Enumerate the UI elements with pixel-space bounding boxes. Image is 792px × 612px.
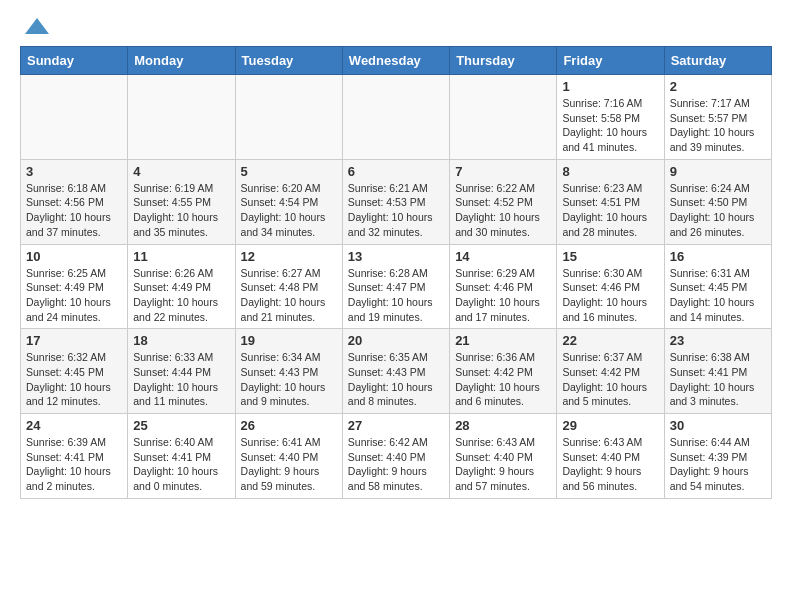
- calendar-cell: 17Sunrise: 6:32 AM Sunset: 4:45 PM Dayli…: [21, 329, 128, 414]
- weekday-header: Saturday: [664, 47, 771, 75]
- calendar-week-row: 3Sunrise: 6:18 AM Sunset: 4:56 PM Daylig…: [21, 159, 772, 244]
- day-info: Sunrise: 7:17 AM Sunset: 5:57 PM Dayligh…: [670, 96, 766, 155]
- weekday-header: Thursday: [450, 47, 557, 75]
- logo: [20, 16, 51, 36]
- day-info: Sunrise: 6:23 AM Sunset: 4:51 PM Dayligh…: [562, 181, 658, 240]
- day-info: Sunrise: 6:32 AM Sunset: 4:45 PM Dayligh…: [26, 350, 122, 409]
- day-info: Sunrise: 6:26 AM Sunset: 4:49 PM Dayligh…: [133, 266, 229, 325]
- calendar-cell: 23Sunrise: 6:38 AM Sunset: 4:41 PM Dayli…: [664, 329, 771, 414]
- day-number: 11: [133, 249, 229, 264]
- day-info: Sunrise: 6:38 AM Sunset: 4:41 PM Dayligh…: [670, 350, 766, 409]
- calendar-cell: [128, 75, 235, 160]
- weekday-header: Wednesday: [342, 47, 449, 75]
- calendar-cell: 3Sunrise: 6:18 AM Sunset: 4:56 PM Daylig…: [21, 159, 128, 244]
- calendar-cell: 13Sunrise: 6:28 AM Sunset: 4:47 PM Dayli…: [342, 244, 449, 329]
- calendar-cell: 29Sunrise: 6:43 AM Sunset: 4:40 PM Dayli…: [557, 414, 664, 499]
- day-number: 24: [26, 418, 122, 433]
- day-info: Sunrise: 6:35 AM Sunset: 4:43 PM Dayligh…: [348, 350, 444, 409]
- calendar-cell: 7Sunrise: 6:22 AM Sunset: 4:52 PM Daylig…: [450, 159, 557, 244]
- day-info: Sunrise: 6:41 AM Sunset: 4:40 PM Dayligh…: [241, 435, 337, 494]
- weekday-header: Sunday: [21, 47, 128, 75]
- calendar-week-row: 24Sunrise: 6:39 AM Sunset: 4:41 PM Dayli…: [21, 414, 772, 499]
- calendar-cell: 25Sunrise: 6:40 AM Sunset: 4:41 PM Dayli…: [128, 414, 235, 499]
- day-number: 9: [670, 164, 766, 179]
- day-info: Sunrise: 6:25 AM Sunset: 4:49 PM Dayligh…: [26, 266, 122, 325]
- day-number: 23: [670, 333, 766, 348]
- day-number: 16: [670, 249, 766, 264]
- calendar-cell: [21, 75, 128, 160]
- weekday-header: Friday: [557, 47, 664, 75]
- day-info: Sunrise: 6:22 AM Sunset: 4:52 PM Dayligh…: [455, 181, 551, 240]
- day-number: 20: [348, 333, 444, 348]
- logo-text: [20, 16, 51, 36]
- page: SundayMondayTuesdayWednesdayThursdayFrid…: [0, 0, 792, 515]
- day-number: 26: [241, 418, 337, 433]
- calendar-cell: 27Sunrise: 6:42 AM Sunset: 4:40 PM Dayli…: [342, 414, 449, 499]
- calendar-cell: 30Sunrise: 6:44 AM Sunset: 4:39 PM Dayli…: [664, 414, 771, 499]
- day-info: Sunrise: 6:42 AM Sunset: 4:40 PM Dayligh…: [348, 435, 444, 494]
- calendar-cell: [235, 75, 342, 160]
- day-info: Sunrise: 6:24 AM Sunset: 4:50 PM Dayligh…: [670, 181, 766, 240]
- day-number: 14: [455, 249, 551, 264]
- day-info: Sunrise: 6:21 AM Sunset: 4:53 PM Dayligh…: [348, 181, 444, 240]
- day-number: 30: [670, 418, 766, 433]
- svg-marker-0: [25, 18, 49, 34]
- calendar-cell: 18Sunrise: 6:33 AM Sunset: 4:44 PM Dayli…: [128, 329, 235, 414]
- calendar-cell: 26Sunrise: 6:41 AM Sunset: 4:40 PM Dayli…: [235, 414, 342, 499]
- calendar-week-row: 10Sunrise: 6:25 AM Sunset: 4:49 PM Dayli…: [21, 244, 772, 329]
- calendar-cell: 21Sunrise: 6:36 AM Sunset: 4:42 PM Dayli…: [450, 329, 557, 414]
- day-info: Sunrise: 7:16 AM Sunset: 5:58 PM Dayligh…: [562, 96, 658, 155]
- day-info: Sunrise: 6:34 AM Sunset: 4:43 PM Dayligh…: [241, 350, 337, 409]
- day-info: Sunrise: 6:31 AM Sunset: 4:45 PM Dayligh…: [670, 266, 766, 325]
- day-number: 28: [455, 418, 551, 433]
- day-number: 10: [26, 249, 122, 264]
- calendar-cell: 24Sunrise: 6:39 AM Sunset: 4:41 PM Dayli…: [21, 414, 128, 499]
- calendar-cell: 19Sunrise: 6:34 AM Sunset: 4:43 PM Dayli…: [235, 329, 342, 414]
- day-number: 21: [455, 333, 551, 348]
- day-number: 27: [348, 418, 444, 433]
- calendar-cell: 5Sunrise: 6:20 AM Sunset: 4:54 PM Daylig…: [235, 159, 342, 244]
- day-info: Sunrise: 6:44 AM Sunset: 4:39 PM Dayligh…: [670, 435, 766, 494]
- calendar-cell: [450, 75, 557, 160]
- day-info: Sunrise: 6:18 AM Sunset: 4:56 PM Dayligh…: [26, 181, 122, 240]
- calendar-week-row: 17Sunrise: 6:32 AM Sunset: 4:45 PM Dayli…: [21, 329, 772, 414]
- day-number: 4: [133, 164, 229, 179]
- calendar-cell: 12Sunrise: 6:27 AM Sunset: 4:48 PM Dayli…: [235, 244, 342, 329]
- weekday-header: Monday: [128, 47, 235, 75]
- day-info: Sunrise: 6:37 AM Sunset: 4:42 PM Dayligh…: [562, 350, 658, 409]
- day-number: 18: [133, 333, 229, 348]
- day-number: 7: [455, 164, 551, 179]
- day-info: Sunrise: 6:30 AM Sunset: 4:46 PM Dayligh…: [562, 266, 658, 325]
- day-info: Sunrise: 6:43 AM Sunset: 4:40 PM Dayligh…: [455, 435, 551, 494]
- weekday-header: Tuesday: [235, 47, 342, 75]
- day-info: Sunrise: 6:43 AM Sunset: 4:40 PM Dayligh…: [562, 435, 658, 494]
- calendar-cell: 11Sunrise: 6:26 AM Sunset: 4:49 PM Dayli…: [128, 244, 235, 329]
- day-number: 3: [26, 164, 122, 179]
- day-number: 13: [348, 249, 444, 264]
- header: [20, 16, 772, 36]
- calendar: SundayMondayTuesdayWednesdayThursdayFrid…: [20, 46, 772, 499]
- calendar-cell: 6Sunrise: 6:21 AM Sunset: 4:53 PM Daylig…: [342, 159, 449, 244]
- day-number: 1: [562, 79, 658, 94]
- calendar-cell: 28Sunrise: 6:43 AM Sunset: 4:40 PM Dayli…: [450, 414, 557, 499]
- day-info: Sunrise: 6:27 AM Sunset: 4:48 PM Dayligh…: [241, 266, 337, 325]
- day-info: Sunrise: 6:29 AM Sunset: 4:46 PM Dayligh…: [455, 266, 551, 325]
- calendar-week-row: 1Sunrise: 7:16 AM Sunset: 5:58 PM Daylig…: [21, 75, 772, 160]
- day-number: 8: [562, 164, 658, 179]
- calendar-cell: 9Sunrise: 6:24 AM Sunset: 4:50 PM Daylig…: [664, 159, 771, 244]
- day-info: Sunrise: 6:33 AM Sunset: 4:44 PM Dayligh…: [133, 350, 229, 409]
- calendar-cell: 14Sunrise: 6:29 AM Sunset: 4:46 PM Dayli…: [450, 244, 557, 329]
- day-number: 2: [670, 79, 766, 94]
- day-info: Sunrise: 6:19 AM Sunset: 4:55 PM Dayligh…: [133, 181, 229, 240]
- day-info: Sunrise: 6:39 AM Sunset: 4:41 PM Dayligh…: [26, 435, 122, 494]
- calendar-cell: [342, 75, 449, 160]
- day-number: 15: [562, 249, 658, 264]
- calendar-cell: 4Sunrise: 6:19 AM Sunset: 4:55 PM Daylig…: [128, 159, 235, 244]
- day-info: Sunrise: 6:40 AM Sunset: 4:41 PM Dayligh…: [133, 435, 229, 494]
- calendar-cell: 10Sunrise: 6:25 AM Sunset: 4:49 PM Dayli…: [21, 244, 128, 329]
- day-number: 25: [133, 418, 229, 433]
- logo-icon: [23, 16, 51, 36]
- day-number: 12: [241, 249, 337, 264]
- calendar-header-row: SundayMondayTuesdayWednesdayThursdayFrid…: [21, 47, 772, 75]
- day-number: 5: [241, 164, 337, 179]
